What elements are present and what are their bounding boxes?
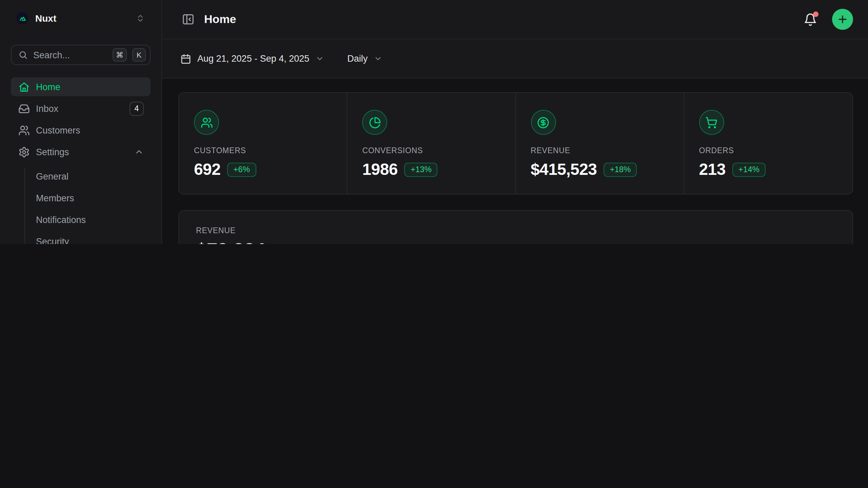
sub-item-label: Notifications [36, 215, 86, 225]
sidebar-nav: Home Inbox 4 C [11, 77, 151, 244]
inbox-icon [18, 103, 30, 114]
sidebar-item-label: Home [36, 82, 144, 92]
nuxt-logo-icon [16, 12, 28, 24]
chart-title: REVENUE [196, 226, 852, 235]
gear-icon [18, 146, 30, 158]
pie-chart-icon [362, 110, 388, 135]
search-input[interactable]: Search... ⌘ K [11, 45, 151, 65]
stats-panel: CUSTOMERS 692 +6% CONVERSIONS 1986 [178, 92, 853, 195]
sidebar-item-inbox[interactable]: Inbox 4 [11, 99, 151, 118]
home-icon [18, 81, 30, 93]
sidebar-item-notifications[interactable]: Notifications [11, 210, 151, 229]
team-switcher[interactable]: Nuxt [11, 9, 151, 27]
search-placeholder: Search... [33, 50, 107, 60]
panel-left-close-icon [182, 13, 195, 26]
period-select[interactable]: Daily [347, 54, 382, 64]
main-area: Home [162, 0, 868, 244]
filter-bar: Aug 21, 2025 - Sep 4, 2025 Daily [162, 39, 868, 79]
chevron-down-icon [315, 54, 324, 63]
stat-label: ORDERS [699, 146, 853, 155]
sidebar: Nuxt Search... ⌘ K [0, 0, 162, 244]
stat-value: 1986 [362, 160, 398, 179]
sidebar-item-label: Inbox [36, 103, 123, 114]
stat-card-revenue: REVENUE $415,523 +18% [516, 93, 684, 194]
chevrons-up-down-icon [136, 14, 145, 23]
inbox-badge: 4 [130, 101, 144, 116]
stat-label: CUSTOMERS [194, 146, 347, 155]
date-range-label: Aug 21, 2025 - Sep 4, 2025 [197, 54, 309, 64]
sidebar-item-members[interactable]: Members [11, 188, 151, 207]
chevron-down-icon [374, 54, 382, 63]
sidebar-item-general[interactable]: General [11, 167, 151, 186]
stat-value: $415,523 [531, 160, 597, 179]
stat-delta-badge: +14% [732, 162, 766, 177]
period-label: Daily [347, 54, 368, 64]
notification-dot [813, 11, 818, 17]
chevron-up-icon [134, 147, 144, 157]
circle-dollar-icon [531, 110, 556, 135]
top-header: Home [162, 0, 868, 39]
notifications-button[interactable] [804, 13, 817, 26]
search-icon [18, 50, 28, 60]
dashboard-app: Nuxt Search... ⌘ K [0, 0, 868, 244]
stat-delta-badge: +18% [604, 162, 637, 177]
kbd-command: ⌘ [113, 48, 127, 62]
stat-card-orders: ORDERS 213 +14% [684, 93, 853, 194]
plus-icon [837, 14, 848, 25]
date-range-picker[interactable]: Aug 21, 2025 - Sep 4, 2025 [180, 53, 324, 64]
sub-item-label: Security [36, 236, 69, 244]
sidebar-item-label: Settings [36, 147, 128, 157]
stat-card-conversions: CONVERSIONS 1986 +13% [348, 93, 516, 194]
stat-delta-badge: +6% [227, 162, 256, 177]
stat-card-customers: CUSTOMERS 692 +6% [179, 93, 348, 194]
stat-value: 692 [194, 160, 220, 179]
sidebar-item-customers[interactable]: Customers [11, 121, 151, 140]
users-icon [18, 124, 30, 136]
team-name: Nuxt [35, 13, 129, 24]
revenue-chart-panel: REVENUE $79,234 [178, 210, 853, 244]
sidebar-item-security[interactable]: Security [11, 232, 151, 244]
stat-label: CONVERSIONS [362, 146, 515, 155]
stat-value: 213 [699, 160, 726, 179]
page-title: Home [204, 13, 795, 26]
sidebar-item-settings[interactable]: Settings [11, 142, 151, 161]
stat-label: REVENUE [531, 146, 684, 155]
stat-delta-badge: +13% [405, 162, 438, 177]
calendar-icon [180, 53, 191, 64]
chart-header: REVENUE $79,234 [179, 211, 852, 244]
settings-subnav: General Members Notifications Security [11, 167, 151, 244]
chart-total-value: $79,234 [196, 239, 852, 244]
sub-item-label: Members [36, 193, 74, 203]
users-icon [194, 110, 219, 135]
shopping-cart-icon [699, 110, 724, 135]
sidebar-item-home[interactable]: Home [11, 77, 151, 96]
add-button[interactable] [832, 9, 853, 30]
kbd-k: K [132, 48, 146, 62]
collapse-sidebar-button[interactable] [180, 12, 196, 27]
sub-item-label: General [36, 171, 68, 181]
sidebar-item-label: Customers [36, 125, 144, 135]
content-area: CUSTOMERS 692 +6% CONVERSIONS 1986 [162, 79, 868, 244]
